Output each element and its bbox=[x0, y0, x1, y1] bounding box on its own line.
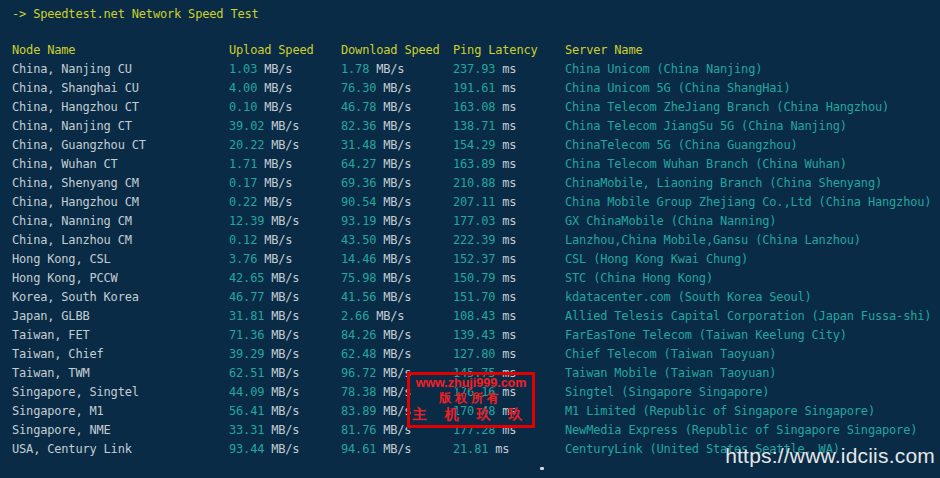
node-name-cell: USA, Century Link bbox=[12, 440, 132, 459]
speed-unit-label: MB/s bbox=[271, 366, 299, 380]
upload-speed-value: 46.77 bbox=[229, 290, 264, 304]
upload-speed-cell: 33.31MB/s bbox=[229, 421, 299, 440]
download-speed-cell: 94.61MB/s bbox=[341, 440, 411, 459]
ping-latency-cell: 163.08ms bbox=[453, 98, 516, 117]
upload-speed-value: 0.10 bbox=[229, 100, 257, 114]
server-name-cell: STC (China Hong Kong) bbox=[565, 269, 713, 288]
download-speed-cell: 14.46MB/s bbox=[341, 250, 411, 269]
speed-unit-label: MB/s bbox=[271, 404, 299, 418]
upload-speed-cell: 39.02MB/s bbox=[229, 117, 299, 136]
ping-unit-label: ms bbox=[502, 233, 516, 247]
server-name-cell: China Telecom Wuhan Branch (China Wuhan) bbox=[565, 155, 847, 174]
download-speed-cell: 81.76MB/s bbox=[341, 421, 411, 440]
watermark-copyright-text: 版权所有 bbox=[410, 391, 532, 406]
node-name-cell: China, Nanjing CU bbox=[12, 60, 132, 79]
terminal-cursor-dot bbox=[540, 467, 544, 470]
speed-unit-label: MB/s bbox=[264, 81, 292, 95]
download-speed-value: 93.19 bbox=[341, 214, 376, 228]
ping-latency-value: 191.61 bbox=[453, 81, 495, 95]
download-speed-cell: 62.48MB/s bbox=[341, 345, 411, 364]
speed-unit-label: MB/s bbox=[271, 271, 299, 285]
ping-latency-value: 151.70 bbox=[453, 290, 495, 304]
table-row: China, Shanghai CU 4.00MB/s 76.30MB/s 19… bbox=[0, 79, 940, 98]
ping-unit-label: ms bbox=[502, 328, 516, 342]
server-name-cell: GX ChinaMobile (China Nanning) bbox=[565, 212, 776, 231]
ping-latency-cell: 139.43ms bbox=[453, 326, 516, 345]
server-name-cell: NewMedia Express (Republic of Singapore … bbox=[565, 421, 917, 440]
speed-unit-label: MB/s bbox=[383, 347, 411, 361]
speed-unit-label: MB/s bbox=[383, 271, 411, 285]
node-name-cell: China, Lanzhou CM bbox=[12, 231, 132, 250]
ping-unit-label: ms bbox=[502, 195, 516, 209]
speed-unit-label: MB/s bbox=[383, 290, 411, 304]
ping-unit-label: ms bbox=[502, 290, 516, 304]
download-speed-cell: 83.89MB/s bbox=[341, 402, 411, 421]
download-speed-cell: 96.72MB/s bbox=[341, 364, 411, 383]
ping-latency-cell: 108.43ms bbox=[453, 307, 516, 326]
upload-speed-cell: 12.39MB/s bbox=[229, 212, 299, 231]
server-name-cell: China Telecom JiangSu 5G (China Nanjing) bbox=[565, 117, 847, 136]
server-name-cell: ChinaTelecom 5G (China Guangzhou) bbox=[565, 136, 797, 155]
idciis-url-watermark: https://www.idciis.com bbox=[725, 444, 935, 468]
speed-unit-label: MB/s bbox=[383, 138, 411, 152]
node-name-cell: Taiwan, Chief bbox=[12, 345, 104, 364]
upload-speed-value: 0.12 bbox=[229, 233, 257, 247]
upload-speed-value: 62.51 bbox=[229, 366, 264, 380]
ping-unit-label: ms bbox=[502, 214, 516, 228]
ping-latency-value: 21.81 bbox=[453, 442, 488, 456]
ping-unit-label: ms bbox=[502, 62, 516, 76]
upload-speed-value: 39.02 bbox=[229, 119, 264, 133]
speed-unit-label: MB/s bbox=[383, 176, 411, 190]
speed-unit-label: MB/s bbox=[383, 233, 411, 247]
speed-unit-label: MB/s bbox=[376, 309, 404, 323]
table-row: Taiwan, Chief 39.29MB/s 62.48MB/s 127.80… bbox=[0, 345, 940, 364]
node-name-cell: China, Hangzhou CM bbox=[12, 193, 139, 212]
upload-speed-cell: 39.29MB/s bbox=[229, 345, 299, 364]
ping-latency-cell: 154.29ms bbox=[453, 136, 516, 155]
download-speed-value: 1.78 bbox=[341, 62, 369, 76]
speed-unit-label: MB/s bbox=[383, 214, 411, 228]
ping-latency-value: 210.88 bbox=[453, 176, 495, 190]
upload-speed-value: 0.22 bbox=[229, 195, 257, 209]
table-row: Taiwan, FET 71.36MB/s 84.26MB/s 139.43ms… bbox=[0, 326, 940, 345]
download-speed-value: 96.72 bbox=[341, 366, 376, 380]
download-speed-cell: 46.78MB/s bbox=[341, 98, 411, 117]
speed-unit-label: MB/s bbox=[264, 62, 292, 76]
node-name-cell: Taiwan, FET bbox=[12, 326, 90, 345]
download-speed-cell: 84.26MB/s bbox=[341, 326, 411, 345]
ping-latency-value: 163.08 bbox=[453, 100, 495, 114]
download-speed-cell: 69.36MB/s bbox=[341, 174, 411, 193]
table-row: Korea, South Korea 46.77MB/s 41.56MB/s 1… bbox=[0, 288, 940, 307]
ping-latency-cell: 222.39ms bbox=[453, 231, 516, 250]
download-speed-cell: 90.54MB/s bbox=[341, 193, 411, 212]
server-name-cell: Taiwan Mobile (Taiwan Taoyuan) bbox=[565, 364, 776, 383]
watermark-brand-text: 主 机 玖 玖 bbox=[410, 406, 532, 423]
download-speed-value: 31.48 bbox=[341, 138, 376, 152]
speed-unit-label: MB/s bbox=[271, 290, 299, 304]
download-speed-value: 14.46 bbox=[341, 252, 376, 266]
download-speed-cell: 78.38MB/s bbox=[341, 383, 411, 402]
ping-latency-cell: 177.03ms bbox=[453, 212, 516, 231]
speed-unit-label: MB/s bbox=[264, 195, 292, 209]
speed-unit-label: MB/s bbox=[271, 309, 299, 323]
upload-speed-value: 20.22 bbox=[229, 138, 264, 152]
upload-speed-cell: 4.00MB/s bbox=[229, 79, 292, 98]
node-name-cell: Singapore, Singtel bbox=[12, 383, 139, 402]
ping-unit-label: ms bbox=[502, 176, 516, 190]
node-name-cell: China, Shenyang CM bbox=[12, 174, 139, 193]
ping-latency-value: 222.39 bbox=[453, 233, 495, 247]
upload-speed-value: 44.09 bbox=[229, 385, 264, 399]
upload-speed-value: 71.36 bbox=[229, 328, 264, 342]
node-name-cell: China, Hangzhou CT bbox=[12, 98, 139, 117]
ping-unit-label: ms bbox=[502, 81, 516, 95]
zhuji-watermark-stamp: www.zhuji999.com 版权所有 主 机 玖 玖 bbox=[407, 372, 535, 428]
server-name-cell: Singtel (Singapore Singapore) bbox=[565, 383, 769, 402]
download-speed-value: 94.61 bbox=[341, 442, 376, 456]
ping-latency-cell: 151.70ms bbox=[453, 288, 516, 307]
ping-latency-cell: 191.61ms bbox=[453, 79, 516, 98]
upload-speed-value: 33.31 bbox=[229, 423, 264, 437]
col-header-download-speed: Download Speed bbox=[341, 41, 440, 60]
download-speed-cell: 2.66MB/s bbox=[341, 307, 404, 326]
node-name-cell: Taiwan, TWM bbox=[12, 364, 90, 383]
table-header-row: Node Name Upload Speed Download Speed Pi… bbox=[0, 41, 940, 60]
